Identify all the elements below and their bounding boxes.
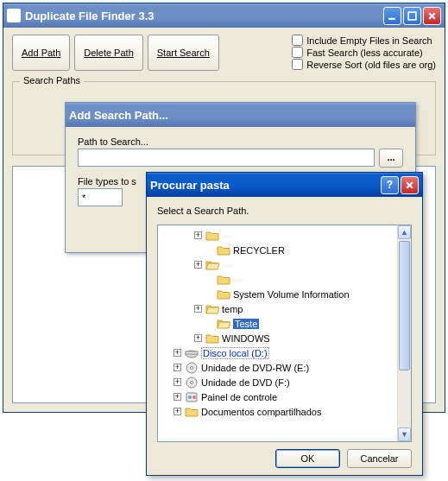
path-input[interactable] xyxy=(78,149,375,167)
expand-icon[interactable]: + xyxy=(194,231,202,239)
folder-icon xyxy=(205,332,219,345)
cd-icon xyxy=(185,362,199,374)
browse-folder-dialog: Procurar pasta ? Select a Search Path. +… xyxy=(146,172,423,476)
tree-node-label: ···· xyxy=(222,231,232,241)
expand-icon[interactable]: + xyxy=(174,364,181,371)
scroll-thumb[interactable] xyxy=(399,241,410,370)
tree-node[interactable]: +temp xyxy=(158,301,397,316)
search-paths-label: Search Paths xyxy=(20,75,84,85)
tree-node-label: Painel de controle xyxy=(201,392,277,402)
tree-spacer xyxy=(205,246,213,254)
scroll-up-icon[interactable]: ▲ xyxy=(398,225,411,239)
tree-node-label: Documentos compartilhados xyxy=(201,407,321,417)
start-search-button[interactable]: Start Search xyxy=(148,35,219,71)
options-group: Include Empty Files in Search Fast Searc… xyxy=(292,35,436,71)
tree-node-label: Unidade de DVD (F:) xyxy=(201,377,290,388)
reverse-sort-checkbox[interactable] xyxy=(292,59,303,70)
folder-open-icon xyxy=(205,303,219,315)
scroll-down-icon[interactable]: ▼ xyxy=(398,427,411,441)
browse-instruction: Select a Search Path. xyxy=(157,206,412,216)
tree-node[interactable]: Teste xyxy=(158,316,397,331)
svg-rect-0 xyxy=(388,17,395,19)
folder-icon xyxy=(217,274,230,286)
tree-spacer xyxy=(205,290,213,298)
tree-spacer xyxy=(205,275,213,283)
expand-icon[interactable]: + xyxy=(194,305,202,313)
tree-node-label: Disco local (D:) xyxy=(201,347,269,359)
fast-search-checkbox[interactable] xyxy=(292,47,303,58)
include-empty-check[interactable]: Include Empty Files in Search xyxy=(292,35,436,46)
maximize-button[interactable] xyxy=(403,7,421,25)
tree-node[interactable]: +Unidade de DVD (F:) xyxy=(158,375,397,389)
app-icon xyxy=(7,9,21,22)
tree-node[interactable]: ···· xyxy=(158,272,397,287)
tree-node[interactable]: RECYCLER xyxy=(158,243,397,257)
tree-node-label: ···· xyxy=(222,260,232,270)
browse-button[interactable]: ... xyxy=(379,149,403,168)
reverse-sort-check[interactable]: Reverse Sort (old files are org) xyxy=(292,59,436,70)
browse-titlebar[interactable]: Procurar pasta ? xyxy=(147,173,422,197)
filetypes-input[interactable] xyxy=(78,188,123,206)
tree-node-label: temp xyxy=(222,304,243,314)
expand-icon[interactable]: + xyxy=(174,378,181,386)
drive-icon xyxy=(185,347,199,359)
tree-node-label: WINDOWS xyxy=(222,333,270,344)
cancel-button[interactable]: Cancelar xyxy=(347,449,412,468)
tree-node[interactable]: +WINDOWS xyxy=(158,331,397,345)
control-icon xyxy=(185,391,199,403)
folder-icon xyxy=(205,230,219,242)
tree-node[interactable]: System Volume Information xyxy=(158,287,397,301)
cd-icon xyxy=(185,377,199,389)
folder-open-icon xyxy=(217,318,230,330)
tree-node-label: System Volume Information xyxy=(233,289,350,300)
tree-node[interactable]: +Unidade de DVD-RW (E:) xyxy=(158,360,397,375)
add-path-button[interactable]: Add Path xyxy=(12,35,70,71)
main-title: Duplicate File Finder 3.3 xyxy=(25,9,155,22)
addpath-title: Add Search Path... xyxy=(69,109,168,122)
delete-path-button[interactable]: Delete Path xyxy=(74,35,142,71)
expand-icon[interactable]: + xyxy=(174,349,181,357)
close-button[interactable] xyxy=(423,7,441,25)
tree-node-label: RECYCLER xyxy=(233,245,285,256)
tree-spacer xyxy=(205,320,213,327)
tree-node-label: ···· xyxy=(233,275,243,285)
minimize-button[interactable] xyxy=(383,7,401,25)
tree-node[interactable]: +···· xyxy=(158,228,397,243)
expand-icon[interactable]: + xyxy=(174,393,181,401)
help-button[interactable]: ? xyxy=(381,176,399,194)
tree-node[interactable]: +Documentos compartilhados xyxy=(158,404,397,419)
folder-icon xyxy=(217,288,230,301)
folder-icon xyxy=(185,406,199,418)
tree-node[interactable]: +···· xyxy=(158,257,397,272)
folder-icon xyxy=(217,244,230,256)
main-titlebar[interactable]: Duplicate File Finder 3.3 xyxy=(3,3,445,28)
expand-icon[interactable]: + xyxy=(194,334,202,342)
ok-button[interactable]: OK xyxy=(275,449,340,468)
tree-node[interactable]: +Painel de controle xyxy=(158,389,397,404)
addpath-titlebar[interactable]: Add Search Path... xyxy=(66,103,415,127)
include-empty-checkbox[interactable] xyxy=(292,35,303,46)
browse-title: Procurar pasta xyxy=(150,179,230,192)
expand-icon[interactable]: + xyxy=(194,261,202,269)
folder-open-icon xyxy=(205,259,219,271)
browse-close-button[interactable] xyxy=(401,176,419,194)
folder-tree[interactable]: +····RECYCLER+········System Volume Info… xyxy=(157,225,412,442)
tree-node[interactable]: +Disco local (D:) xyxy=(158,345,397,360)
tree-node-label: Teste xyxy=(233,319,259,329)
tree-node-label: Unidade de DVD-RW (E:) xyxy=(201,363,309,373)
tree-scrollbar[interactable]: ▲ ▼ xyxy=(397,225,411,441)
expand-icon[interactable]: + xyxy=(174,408,181,415)
fast-search-check[interactable]: Fast Search (less accurate) xyxy=(292,47,436,58)
path-label: Path to Search... xyxy=(78,136,403,147)
svg-rect-1 xyxy=(408,12,416,20)
